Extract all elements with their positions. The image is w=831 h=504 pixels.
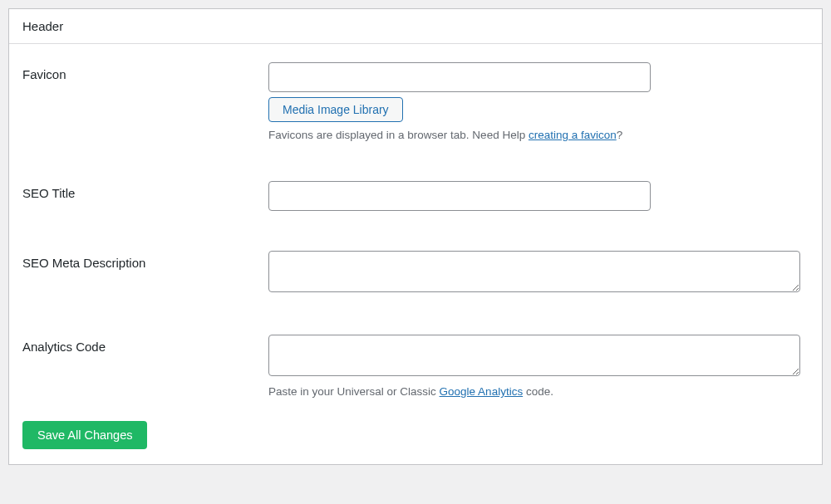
header-settings-panel: Header Favicon Media Image Library Favic… — [8, 8, 823, 465]
favicon-field: Media Image Library Favicons are display… — [268, 62, 809, 141]
analytics-code-row: Analytics Code Paste in your Universal o… — [22, 335, 809, 398]
favicon-help-suffix: ? — [617, 129, 623, 141]
save-all-changes-button[interactable]: Save All Changes — [22, 421, 147, 449]
panel-body: Favicon Media Image Library Favicons are… — [9, 44, 822, 464]
favicon-help-text: Favicons are displayed in a browser tab.… — [268, 129, 809, 141]
media-library-button[interactable]: Media Image Library — [268, 97, 403, 122]
analytics-help-prefix: Paste in your Universal or Classic — [268, 385, 440, 398]
seo-title-row: SEO Title — [22, 181, 809, 211]
seo-title-label: SEO Title — [22, 181, 268, 200]
analytics-code-label: Analytics Code — [22, 335, 268, 354]
analytics-help-suffix: code. — [523, 385, 553, 398]
seo-meta-description-input[interactable] — [268, 251, 800, 292]
analytics-code-input[interactable] — [268, 335, 800, 376]
favicon-row: Favicon Media Image Library Favicons are… — [22, 62, 809, 141]
favicon-label: Favicon — [22, 62, 268, 81]
analytics-help-link[interactable]: Google Analytics — [440, 385, 524, 398]
analytics-help-text: Paste in your Universal or Classic Googl… — [268, 385, 809, 398]
panel-title: Header — [9, 9, 822, 44]
seo-title-input[interactable] — [268, 181, 651, 211]
seo-meta-description-field — [268, 251, 809, 295]
seo-meta-description-label: SEO Meta Description — [22, 251, 268, 270]
favicon-help-prefix: Favicons are displayed in a browser tab.… — [268, 129, 529, 141]
favicon-input[interactable] — [268, 62, 651, 92]
seo-meta-description-row: SEO Meta Description — [22, 251, 809, 295]
analytics-code-field: Paste in your Universal or Classic Googl… — [268, 335, 809, 398]
favicon-help-link[interactable]: creating a favicon — [529, 129, 617, 141]
seo-title-field — [268, 181, 809, 211]
